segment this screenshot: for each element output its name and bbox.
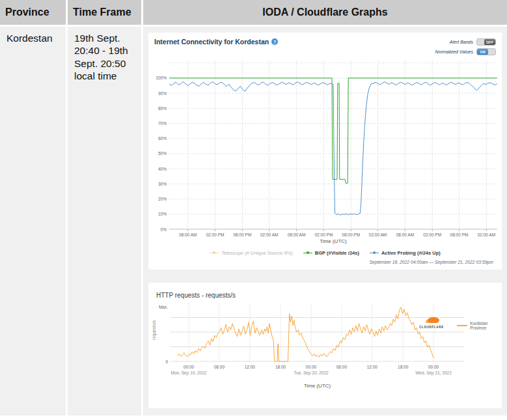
alert-bands-row: Alert Bands OFF — [450, 38, 496, 46]
ioda-legend-item-1[interactable]: BGP (#Visible /24s) — [303, 250, 359, 256]
page: Province Time Frame IODA / Cloudflare Gr… — [0, 0, 507, 420]
svg-text:40%: 40% — [158, 167, 167, 171]
time-frame-cell: 19th Sept. 20:40 - 19th Sept. 20:50 loca… — [68, 27, 141, 415]
svg-text:0: 0 — [165, 359, 168, 364]
alert-bands-toggle-state: OFF — [484, 39, 495, 45]
svg-text:08:00 PM: 08:00 PM — [342, 232, 360, 237]
svg-text:50%: 50% — [158, 151, 167, 156]
ioda-title-text: Internet Connectivity for Kordestan — [154, 38, 269, 46]
legend-marker — [210, 251, 219, 255]
cloudflare-chart-title: HTTP requests - requests/s — [156, 292, 502, 299]
svg-text:60%: 60% — [158, 136, 167, 141]
province-cell: Kordestan — [0, 27, 66, 415]
svg-text:06:00: 06:00 — [336, 365, 348, 369]
ioda-date-range: September 18, 2022 04:00am — September 2… — [150, 260, 500, 264]
ioda-legend-item-2[interactable]: Active Probing (#/24s Up) — [370, 250, 441, 256]
svg-text:02:00 AM: 02:00 AM — [478, 232, 495, 237]
svg-text:00:00: 00:00 — [306, 365, 317, 369]
svg-text:Wed, Sep 21, 2022: Wed, Sep 21, 2022 — [415, 371, 452, 376]
svg-text:08:00 PM: 08:00 PM — [233, 232, 251, 237]
col-header-time-frame-label: Time Frame — [73, 7, 131, 18]
svg-text:12:00: 12:00 — [245, 365, 256, 369]
legend-label-kurdistan-province: Kurdistan Province — [470, 321, 502, 330]
svg-text:00:00: 00:00 — [428, 365, 439, 369]
ioda-legend: Telescope (# Unique Source IPs)BGP (#Vis… — [150, 248, 500, 257]
svg-text:08:00 AM: 08:00 AM — [179, 232, 197, 237]
svg-text:Time (UTC): Time (UTC) — [320, 238, 347, 244]
svg-text:18:00: 18:00 — [275, 365, 286, 369]
svg-text:100%: 100% — [156, 76, 167, 80]
cloudflare-chart: 00:00Mon, Sep 19, 202206:0012:0018:0000:… — [148, 299, 502, 397]
svg-text:02:00 PM: 02:00 PM — [423, 232, 441, 237]
svg-text:20%: 20% — [158, 197, 167, 201]
normalized-values-toggle-state: ON — [477, 49, 488, 55]
svg-text:18:00: 18:00 — [398, 365, 409, 369]
col-header-province-label: Province — [5, 7, 49, 18]
svg-text:06:00: 06:00 — [214, 365, 225, 369]
svg-text:08:00 PM: 08:00 PM — [450, 232, 469, 237]
cloudflare-cloud-icon — [423, 316, 440, 324]
alert-bands-toggle[interactable]: OFF — [476, 38, 496, 46]
legend-line-swatch — [457, 325, 467, 326]
normalized-values-label: Normalized Values — [435, 49, 474, 54]
legend-marker — [370, 251, 379, 255]
svg-text:08:00 AM: 08:00 AM — [288, 232, 305, 237]
legend-label: BGP (#Visible /24s) — [315, 250, 359, 256]
svg-text:Max.: Max. — [159, 305, 168, 309]
time-frame-value: 19th Sept. 20:40 - 19th Sept. 20:50 loca… — [74, 33, 128, 81]
svg-text:10%: 10% — [158, 212, 167, 216]
col-header-province: Province — [0, 0, 66, 25]
help-icon[interactable]: ? — [271, 38, 278, 45]
col-header-graphs-label: IODA / Cloudflare Graphs — [262, 7, 387, 18]
svg-text:Mon, Sep 19, 2022: Mon, Sep 19, 2022 — [171, 371, 207, 376]
alert-bands-label: Alert Bands — [450, 40, 473, 44]
svg-text:70%: 70% — [158, 121, 167, 126]
ioda-toggles: Alert Bands OFF Normalized Values ON — [435, 38, 497, 55]
ioda-legend-item-0[interactable]: Telescope (# Unique Source IPs) — [210, 250, 293, 256]
col-header-time-frame: Time Frame — [68, 0, 141, 25]
svg-text:02:00 PM: 02:00 PM — [314, 232, 333, 237]
cloudflare-legend: Kurdistan Province — [457, 321, 502, 330]
comparison-table: Province Time Frame IODA / Cloudflare Gr… — [0, 0, 507, 415]
cloudflare-logo: CLOUDFLARE — [413, 315, 450, 329]
svg-text:90%: 90% — [158, 91, 167, 96]
svg-text:02:00 AM: 02:00 AM — [369, 232, 387, 237]
cloudflare-graph-card: HTTP requests - requests/s requests/s 00… — [148, 283, 502, 408]
svg-text:30%: 30% — [158, 182, 167, 186]
graphs-cell: Internet Connectivity for Kordestan ? Al… — [143, 27, 507, 415]
cloudflare-logo-text: CLOUDFLARE — [413, 326, 450, 329]
svg-text:Time (UTC): Time (UTC) — [304, 383, 331, 389]
svg-text:00:00: 00:00 — [184, 365, 195, 369]
col-header-graphs: IODA / Cloudflare Graphs — [143, 0, 507, 25]
legend-label: Telescope (# Unique Source IPs) — [221, 250, 293, 256]
cloudflare-y-axis-label: requests/s — [152, 320, 156, 340]
ioda-chart: 08:00 AM02:00 PM08:00 PM02:00 AM08:00 AM… — [150, 55, 500, 245]
svg-text:02:00 AM: 02:00 AM — [260, 232, 278, 237]
svg-text:80%: 80% — [158, 106, 167, 111]
province-name: Kordestan — [7, 33, 53, 44]
legend-marker — [303, 251, 312, 255]
ioda-title: Internet Connectivity for Kordestan ? — [154, 38, 278, 46]
svg-text:12:00: 12:00 — [367, 365, 378, 369]
svg-text:02:00 PM: 02:00 PM — [206, 232, 225, 237]
svg-text:08:00 AM: 08:00 AM — [396, 232, 414, 237]
svg-text:0%: 0% — [161, 227, 167, 232]
ioda-graph-card: Internet Connectivity for Kordestan ? Al… — [148, 33, 502, 270]
ioda-header: Internet Connectivity for Kordestan ? Al… — [150, 36, 500, 55]
legend-label: Active Probing (#/24s Up) — [381, 250, 441, 256]
svg-text:Tue, Sep 20, 2022: Tue, Sep 20, 2022 — [294, 371, 329, 376]
